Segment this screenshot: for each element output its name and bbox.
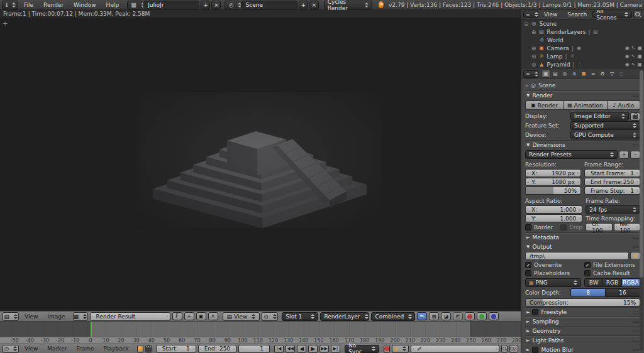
expand-icon[interactable]: ⊕ [531, 53, 536, 60]
new-image-button[interactable]: + [184, 312, 194, 320]
expand-icon[interactable]: ⊕ [531, 45, 536, 52]
end-frame-field[interactable]: End:250 [198, 345, 237, 353]
panel-drag-icon[interactable]: == [632, 347, 639, 353]
green-channel-toggle[interactable] [477, 312, 487, 320]
resolution-x-field[interactable]: X:1920 px [525, 169, 581, 177]
tab-constraints[interactable]: ∞ [589, 70, 597, 78]
renderability-camera-icon[interactable]: ▣ [637, 53, 642, 59]
device-dropdown[interactable]: GPU Compute [570, 131, 640, 139]
menu-image[interactable]: Image [43, 313, 69, 320]
pin-icon[interactable]: ⌖ [525, 82, 528, 89]
play-button[interactable]: ▶ [308, 345, 318, 353]
outliner-row-renderlayers[interactable]: ⊕ ▤ RenderLayers | ▤ [521, 28, 644, 36]
timeline-ruler[interactable]: -50-40-30-20-100102030405060708090100110… [0, 337, 521, 344]
render-pass-dropdown[interactable]: Combined [371, 312, 415, 321]
selectability-arrow-icon[interactable]: ↖ [631, 53, 636, 59]
menu-window[interactable]: Window [69, 2, 101, 8]
animation-button[interactable]: ▦ Animation [564, 100, 607, 110]
panel-header-render[interactable]: ▼ Render == [525, 91, 640, 99]
alpha-toggle[interactable]: ◪ [441, 312, 451, 320]
panel-drag-icon[interactable]: == [632, 93, 639, 99]
renderability-camera-icon[interactable]: ▣ [637, 45, 642, 51]
current-frame-field[interactable]: 1 [238, 345, 270, 353]
file-extensions-checkbox[interactable]: ✓ [584, 262, 591, 268]
compression-slider[interactable]: Compression: 15% [525, 298, 640, 307]
start-frame-field[interactable]: Start Frame:1 [584, 169, 640, 177]
panel-drag-icon[interactable]: == [632, 310, 639, 315]
open-image-button[interactable]: ▣ [196, 312, 206, 320]
menu-view[interactable]: View [21, 313, 42, 320]
color-alpha-toggle[interactable]: ▦ [429, 312, 439, 320]
menu-file[interactable]: File [19, 2, 38, 8]
menu-render[interactable]: Render [39, 2, 68, 8]
panel-header-dimensions[interactable]: ▼ Dimensions == [525, 141, 640, 149]
region-expand-icon[interactable]: + [3, 20, 8, 27]
browse-folder-button[interactable]: ▣ [630, 252, 640, 260]
delete-keyframe-button[interactable]: × [509, 345, 518, 353]
panel-drag-icon[interactable]: == [632, 244, 639, 250]
screen-name-field[interactable]: JulioJr [143, 1, 199, 9]
slot-dropdown[interactable]: Slot 1 [282, 312, 318, 321]
editor-type-dropdown[interactable]: ≡ [523, 11, 538, 18]
selectability-arrow-icon[interactable]: ↖ [631, 62, 636, 67]
start-frame-field[interactable]: Start:1 [156, 345, 196, 353]
record-button[interactable] [384, 345, 390, 353]
red-channel-toggle[interactable] [465, 312, 475, 320]
render-layer-dropdown[interactable]: RenderLayer [320, 312, 369, 321]
lock-time-cursor-toggle[interactable] [145, 345, 152, 353]
fake-user-button[interactable]: F [172, 312, 182, 320]
panel-header-sampling[interactable]: ► Sampling == [525, 317, 640, 325]
remove-preset-button[interactable]: − [630, 151, 640, 159]
panel-drag-icon[interactable]: == [632, 319, 639, 325]
tab-object[interactable]: ◼ [579, 70, 588, 78]
search-button[interactable] [633, 11, 642, 18]
scrollbar-thumb[interactable] [640, 70, 643, 278]
render-presets-dropdown[interactable]: Render Presets [525, 150, 618, 159]
image-editor-viewport[interactable]: + [0, 18, 521, 311]
border-checkbox[interactable] [525, 224, 531, 231]
keying-set-field[interactable] [411, 345, 499, 353]
render-engine-dropdown[interactable]: Cycles Render [324, 1, 372, 9]
panel-header-output[interactable]: ▼ Output == [525, 242, 640, 251]
visibility-eye-icon[interactable]: ◉ [625, 53, 630, 59]
expand-icon[interactable]: ⊕ [531, 62, 536, 68]
draw-image-toggle[interactable]: ✎ [417, 312, 427, 320]
delete-scene-button[interactable]: × [309, 1, 319, 9]
tab-render[interactable]: ▣ [541, 70, 550, 78]
play-reverse-button[interactable]: ◀ [297, 345, 306, 353]
visibility-eye-icon[interactable]: ◉ [625, 45, 630, 51]
overwrite-checkbox[interactable]: ✓ [525, 262, 531, 268]
feature-set-dropdown[interactable]: Supported [570, 121, 640, 130]
sync-mode-dropdown[interactable]: No Sync [345, 345, 379, 353]
time-remap-old-field[interactable]: Ol: 100 [586, 223, 612, 231]
rgb-toggle[interactable]: RGB [603, 278, 621, 287]
expand-icon[interactable]: ⊕ [531, 29, 536, 35]
depth-16-toggle[interactable]: 16 [606, 288, 640, 297]
panel-header-geometry[interactable]: ► Geometry == [525, 327, 640, 335]
outliner-row-scene[interactable]: ⊖ ◎ Scene [521, 19, 644, 28]
file-format-dropdown[interactable]: ▦ PNG [525, 278, 581, 287]
tab-world[interactable]: ⊕ [570, 70, 579, 78]
panel-header-metadata[interactable]: ► Metadata == [525, 233, 640, 241]
outliner-row-world[interactable]: ⊕ World [521, 36, 644, 44]
freestyle-checkbox[interactable] [532, 309, 538, 315]
output-path-field[interactable]: /tmp\ [525, 252, 629, 260]
panel-header-light-paths[interactable]: ► Light Paths == [525, 336, 640, 344]
outliner-row-lamp[interactable]: ⊕ ☼ Lamp | ☼ ◉↖▣ [521, 52, 644, 60]
prev-keyframe-button[interactable]: ◀◀ [286, 345, 295, 353]
image-name-field[interactable]: Render Result [90, 312, 170, 321]
panel-header-freestyle[interactable]: ► Freestyle == [525, 308, 640, 316]
rgba-toggle[interactable]: RGBA [622, 278, 640, 287]
pivot-dropdown[interactable]: ⊙ [262, 312, 278, 321]
menu-frame[interactable]: Frame [72, 345, 97, 352]
panel-header-motion-blur[interactable]: ► Motion Blur == [525, 345, 640, 353]
current-frame-marker[interactable] [91, 322, 92, 337]
scene-name-field[interactable]: Scene [241, 1, 297, 9]
unlink-image-button[interactable]: × [208, 312, 218, 320]
time-remap-new-field[interactable]: Ne: 100 [614, 223, 640, 231]
cache-result-checkbox[interactable] [584, 270, 591, 276]
add-screen-button[interactable]: + [201, 1, 210, 9]
menu-playback[interactable]: Playback [100, 345, 133, 352]
resolution-scale-slider[interactable]: 50% [525, 187, 581, 195]
render-button[interactable]: ▣ Render [525, 100, 564, 110]
